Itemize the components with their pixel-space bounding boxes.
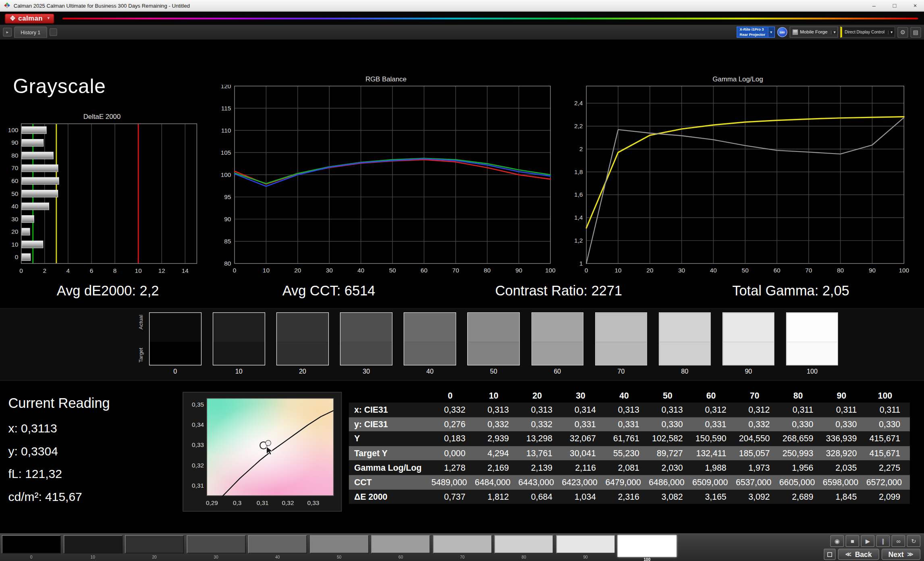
svg-text:6: 6 [90, 267, 93, 274]
table-cell: 1,988 [692, 463, 736, 472]
close-button[interactable]: × [906, 0, 924, 11]
avg-cct-stat: Avg CCT: 6514 [219, 283, 438, 299]
svg-text:90: 90 [224, 216, 231, 222]
level-swatch-0[interactable] [2, 535, 60, 553]
chevron-down-icon[interactable]: ▼ [768, 27, 774, 37]
add-tab-button[interactable] [49, 28, 57, 36]
svg-text:105: 105 [221, 149, 231, 156]
gear-icon: ⚙ [900, 29, 905, 35]
svg-text:0,33: 0,33 [192, 441, 204, 448]
level-swatch-50[interactable] [309, 535, 368, 553]
patch-label: 60 [531, 368, 583, 375]
refresh-button[interactable]: ↻ [907, 535, 921, 547]
logo-dropdown-icon[interactable]: ▾ [48, 16, 50, 21]
app-icon [4, 2, 11, 9]
table-cell: 268,659 [779, 434, 823, 443]
settings-button[interactable]: ⚙ [897, 27, 908, 37]
table-cell: 0,314 [562, 405, 605, 414]
patch-label: 40 [404, 368, 456, 375]
svg-text:0: 0 [19, 267, 23, 274]
patch-target [277, 342, 328, 365]
level-swatch-label: 30 [187, 555, 245, 559]
table-row: CCT5489,0006484,0006443,0006423,0006479,… [349, 475, 910, 490]
level-swatch-60[interactable] [371, 535, 430, 553]
tab-history-1[interactable]: History 1 [14, 27, 47, 38]
level-swatch-20[interactable] [125, 535, 184, 553]
table-cell: 0,332 [518, 420, 562, 429]
level-swatch-40[interactable] [248, 535, 307, 553]
calman-logo-button[interactable]: calman ▾ [5, 13, 54, 23]
level-swatch-70[interactable] [433, 535, 492, 553]
history-collapse-icon[interactable]: ▸ [3, 28, 12, 37]
svg-text:60: 60 [773, 267, 780, 274]
svg-text:20: 20 [11, 228, 18, 235]
table-row-label: y: CIE31 [349, 420, 432, 429]
gamma-chart-plot: 01020304050607080901002,42,221,81,61,41,… [564, 85, 912, 275]
patch-target [150, 342, 200, 365]
source-label: Mobile Forge [800, 29, 828, 35]
layout-button[interactable]: ▤ [910, 27, 921, 37]
table-cell: 55,230 [605, 449, 649, 458]
level-swatch-100[interactable] [618, 535, 677, 557]
play-button[interactable]: ▶ [861, 535, 875, 547]
table-cell: 0,330 [866, 420, 910, 429]
table-cell: 3,165 [692, 492, 736, 501]
actual-row-label: Actual [138, 315, 144, 330]
svg-text:1,6: 1,6 [574, 191, 583, 198]
table-cell: 0,311 [779, 405, 823, 414]
table-row: Y0,1832,93913,29832,06761,761102,582150,… [349, 432, 910, 446]
level-swatch-90[interactable] [556, 535, 615, 553]
grayscale-patch: 10 [213, 312, 265, 375]
source-icon [792, 29, 797, 35]
level-swatch-label: 10 [63, 555, 122, 559]
table-cell: 2,689 [779, 492, 823, 501]
table-cell: 250,993 [779, 449, 823, 458]
table-cell: 2,169 [475, 463, 518, 472]
table-col-header: 100 [866, 391, 910, 400]
grayscale-patch: 100 [786, 312, 838, 375]
app-window: Calman 2025 Calman Ultimate for Business… [0, 0, 924, 561]
chevron-down-icon[interactable]: ▼ [888, 30, 895, 34]
stop-frame-button[interactable] [824, 549, 836, 560]
rewind-icon: ≪ [845, 551, 851, 557]
level-swatch-80[interactable] [494, 535, 553, 553]
level-swatch-30[interactable] [187, 535, 245, 553]
patch-swatch [531, 312, 583, 366]
grayscale-patch: 0 [149, 312, 201, 375]
next-button[interactable]: Next ≫ [881, 549, 920, 560]
minimize-button[interactable]: – [865, 0, 883, 11]
svg-text:0,31: 0,31 [257, 499, 269, 506]
current-reading-values: x: 0,3113y: 0,3304fL: 121,32cd/m²: 415,6… [8, 422, 82, 512]
cie-chart: 0,290,30,310,320,330,350,340,330,320,31 [183, 392, 342, 511]
table-cell: 13,761 [518, 449, 562, 458]
level-swatch-label: 80 [494, 555, 553, 559]
table-cell: 0,737 [431, 492, 475, 501]
chevron-down-icon[interactable]: ▼ [831, 30, 837, 34]
back-button[interactable]: ≪ Back [838, 549, 879, 560]
meter-label: X-Rite i1Pro 3 Rear Projector [737, 27, 768, 37]
patch-target [659, 342, 710, 365]
svg-text:1: 1 [579, 260, 583, 267]
stop-button[interactable]: ■ [846, 535, 860, 547]
patch-label: 90 [723, 368, 774, 375]
pause-button[interactable]: ∥ [876, 535, 890, 547]
record-button[interactable]: ◉ [830, 535, 844, 547]
meter-select[interactable]: X-Rite i1Pro 3 Rear Projector ▼ [737, 27, 774, 38]
maximize-button[interactable]: □ [886, 0, 903, 11]
continuous-button[interactable]: ∞ [892, 535, 905, 547]
table-col-header: 10 [475, 391, 518, 400]
patch-target [341, 342, 392, 365]
target-row-label: Target [138, 348, 144, 363]
svg-text:100: 100 [899, 267, 909, 274]
table-cell: 0,330 [779, 420, 823, 429]
table-col-header: 60 [692, 391, 736, 400]
svg-text:80: 80 [837, 267, 844, 274]
source-select[interactable]: Mobile Forge ▼ [789, 27, 838, 38]
patch-actual [214, 313, 264, 342]
brand-bar: calman ▾ [0, 12, 924, 25]
svg-text:2,2: 2,2 [574, 123, 583, 129]
level-swatch-10[interactable] [63, 535, 122, 553]
svg-text:50: 50 [11, 190, 18, 197]
table-row-label: ΔE 2000 [349, 492, 432, 501]
display-control-select[interactable]: Direct Display Control ▼ [841, 27, 895, 38]
